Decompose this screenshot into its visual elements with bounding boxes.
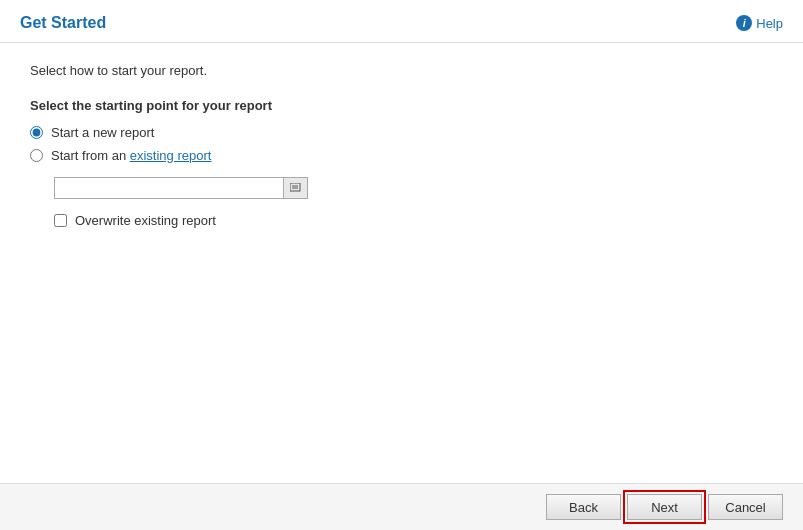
help-label: Help xyxy=(756,16,783,31)
help-link[interactable]: i Help xyxy=(736,15,783,31)
main-container: Get Started i Help Select how to start y… xyxy=(0,0,803,530)
browse-button[interactable] xyxy=(284,177,308,199)
label-prefix: Start from an xyxy=(51,148,130,163)
footer: Back Next Cancel xyxy=(0,483,803,530)
radio-group: Start a new report Start from an existin… xyxy=(30,125,773,163)
existing-report-link: existing report xyxy=(130,148,212,163)
radio-existing-report-input[interactable] xyxy=(30,149,43,162)
subtitle: Select how to start your report. xyxy=(30,63,773,78)
checkbox-row: Overwrite existing report xyxy=(54,213,773,228)
browse-row xyxy=(54,177,773,199)
radio-new-report-label: Start a new report xyxy=(51,125,154,140)
radio-existing-report[interactable]: Start from an existing report xyxy=(30,148,773,163)
next-button[interactable]: Next xyxy=(627,494,702,520)
radio-new-report[interactable]: Start a new report xyxy=(30,125,773,140)
page-title: Get Started xyxy=(20,14,106,32)
help-icon: i xyxy=(736,15,752,31)
header: Get Started i Help xyxy=(0,0,803,43)
back-button[interactable]: Back xyxy=(546,494,621,520)
browse-input[interactable] xyxy=(54,177,284,199)
svg-rect-0 xyxy=(290,183,300,191)
overwrite-label[interactable]: Overwrite existing report xyxy=(75,213,216,228)
radio-existing-report-label: Start from an existing report xyxy=(51,148,211,163)
overwrite-checkbox[interactable] xyxy=(54,214,67,227)
cancel-button[interactable]: Cancel xyxy=(708,494,783,520)
content-area: Select how to start your report. Select … xyxy=(0,43,803,483)
section-label: Select the starting point for your repor… xyxy=(30,98,773,113)
browse-icon xyxy=(290,183,302,193)
radio-new-report-input[interactable] xyxy=(30,126,43,139)
